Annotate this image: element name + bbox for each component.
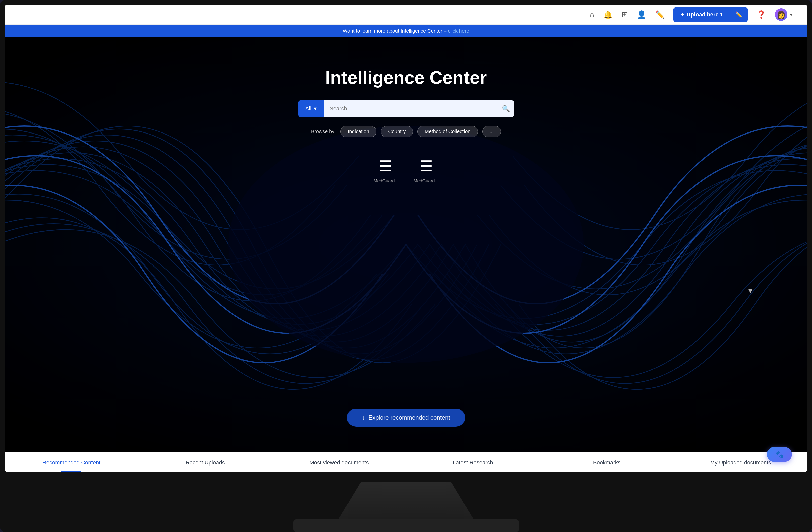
tab-recent-uploads[interactable]: Recent Uploads (138, 452, 272, 472)
method-label: Method of Collection (425, 129, 470, 134)
upload-plus-icon: + (681, 11, 684, 18)
browse-by-section: Browse by: Indication Country Method of … (311, 126, 501, 137)
doc-icon-1: ☰ (379, 157, 393, 175)
explore-button[interactable]: ↓ Explore recommended content (347, 409, 465, 427)
upload-edit-button[interactable]: ✏️ (730, 8, 747, 21)
monitor-base (293, 519, 519, 532)
avatar-image (775, 8, 787, 21)
navbar: ⌂ 🔔 ⊞ 👤 ✏️ + Upload here 1 ✏️ ❓ ▾ (4, 4, 808, 25)
settings-icon[interactable]: ⊞ (622, 10, 628, 19)
browse-tag-indication[interactable]: Indication (340, 126, 377, 137)
browser-window: ⌂ 🔔 ⊞ 👤 ✏️ + Upload here 1 ✏️ ❓ ▾ (4, 4, 808, 472)
banner-link[interactable]: click here (448, 28, 469, 33)
search-submit-button[interactable]: 🔍 (502, 105, 510, 113)
upload-button-group: + Upload here 1 ✏️ (673, 7, 748, 22)
search-filter-button[interactable]: All ▾ (299, 101, 324, 117)
home-icon[interactable]: ⌂ (590, 10, 594, 19)
explore-label: Explore recommended content (368, 414, 450, 421)
browse-tag-method[interactable]: Method of Collection (417, 126, 478, 137)
scroll-indicator[interactable]: ▾ (748, 286, 752, 295)
doc-card-2[interactable]: ☰ MedGuard... (414, 157, 439, 183)
monitor-frame: ⌂ 🔔 ⊞ 👤 ✏️ + Upload here 1 ✏️ ❓ ▾ (0, 0, 812, 532)
doc-name-1: MedGuard... (373, 178, 398, 183)
upload-button[interactable]: + Upload here 1 (674, 8, 730, 21)
doc-card-1[interactable]: ☰ MedGuard... (373, 157, 398, 183)
tab-latest-research[interactable]: Latest Research (406, 452, 540, 472)
tab-label-my-uploads: My Uploaded documents (710, 459, 771, 466)
tab-bookmarks[interactable]: Bookmarks (540, 452, 674, 472)
explore-arrow-icon: ↓ (362, 414, 365, 421)
edit-user-icon[interactable]: ✏️ (655, 10, 664, 19)
doc-name-2: MedGuard... (414, 178, 439, 183)
floating-widget[interactable]: 🐾 (767, 447, 792, 462)
avatar-group: ▾ (775, 8, 793, 21)
tab-label-latest-research: Latest Research (453, 459, 493, 466)
more-label: ... (490, 129, 494, 134)
filter-chevron-icon: ▾ (314, 105, 317, 112)
tab-label-most-viewed: Most viewed documents (309, 459, 368, 466)
browse-by-label: Browse by: (311, 129, 336, 134)
bell-icon[interactable]: 🔔 (603, 10, 612, 19)
avatar[interactable] (775, 8, 787, 21)
browse-tag-more[interactable]: ... (482, 126, 501, 137)
search-input-wrapper: 🔍 (324, 101, 514, 117)
tab-label-bookmarks: Bookmarks (593, 459, 621, 466)
user-add-icon[interactable]: 👤 (637, 10, 646, 19)
country-label: Country (388, 129, 406, 134)
tab-label-recommended: Recommended Content (42, 459, 100, 466)
search-bar: All ▾ 🔍 (299, 101, 514, 117)
filter-label: All (305, 105, 311, 112)
tab-recommended-content[interactable]: Recommended Content (4, 452, 138, 472)
info-banner: Want to learn more about Intelligence Ce… (4, 25, 808, 37)
navbar-icons: ⌂ 🔔 ⊞ 👤 ✏️ (590, 10, 664, 19)
upload-label: Upload here 1 (687, 11, 723, 18)
tab-most-viewed[interactable]: Most viewed documents (272, 452, 406, 472)
search-icon: 🔍 (502, 105, 510, 113)
widget-icon: 🐾 (775, 450, 784, 459)
search-input[interactable] (324, 101, 514, 117)
hero-content: Intelligence Center All ▾ 🔍 (4, 37, 808, 183)
document-cards: ☰ MedGuard... ☰ MedGuard... (373, 157, 438, 183)
browse-tag-country[interactable]: Country (381, 126, 413, 137)
doc-icon-2: ☰ (419, 157, 433, 175)
banner-text: Want to learn more about Intelligence Ce… (343, 28, 448, 33)
avatar-chevron-icon[interactable]: ▾ (790, 12, 793, 17)
hero-section: Intelligence Center All ▾ 🔍 (4, 37, 808, 452)
indication-label: Indication (348, 129, 369, 134)
help-icon[interactable]: ❓ (757, 10, 766, 19)
hero-title: Intelligence Center (325, 68, 487, 88)
tab-bar: Recommended Content Recent Uploads Most … (4, 452, 808, 472)
tab-label-recent: Recent Uploads (186, 459, 225, 466)
